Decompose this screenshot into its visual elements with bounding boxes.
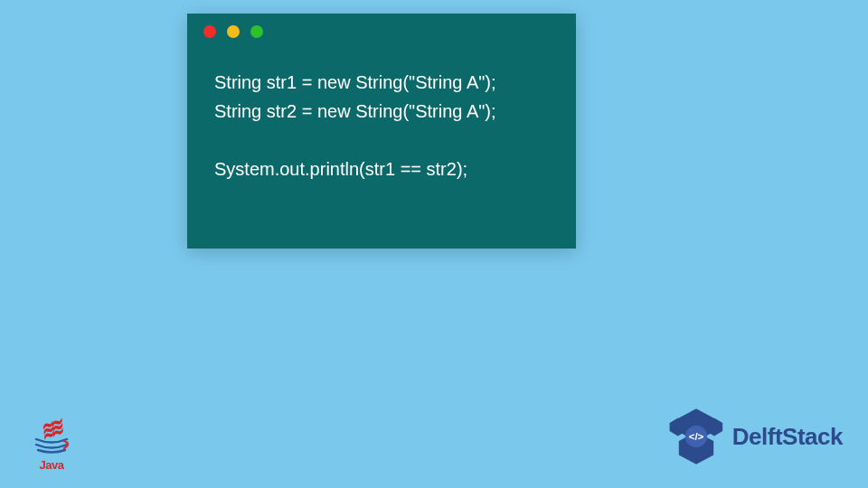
java-logo: ≋≋ Java bbox=[29, 399, 74, 472]
window-titlebar bbox=[187, 14, 576, 50]
window-minimize-icon bbox=[227, 25, 240, 38]
window-zoom-icon bbox=[250, 25, 263, 38]
code-line: String str2 = new String("String A"); bbox=[214, 101, 496, 121]
code-area: String str1 = new String("String A"); St… bbox=[187, 50, 576, 211]
code-line bbox=[214, 130, 220, 150]
delftstack-logo: </> DelftStack bbox=[667, 408, 843, 465]
delftstack-mark-icon: </> bbox=[667, 408, 725, 465]
java-cup-icon bbox=[33, 436, 70, 456]
code-window: String str1 = new String("String A"); St… bbox=[187, 14, 576, 249]
delftstack-logo-label: DelftStack bbox=[732, 423, 843, 451]
svg-text:</>: </> bbox=[689, 431, 704, 442]
java-logo-label: Java bbox=[40, 458, 64, 472]
code-line: String str1 = new String("String A"); bbox=[214, 72, 496, 92]
code-line: System.out.println(str1 == str2); bbox=[214, 159, 467, 179]
window-close-icon bbox=[203, 25, 216, 38]
